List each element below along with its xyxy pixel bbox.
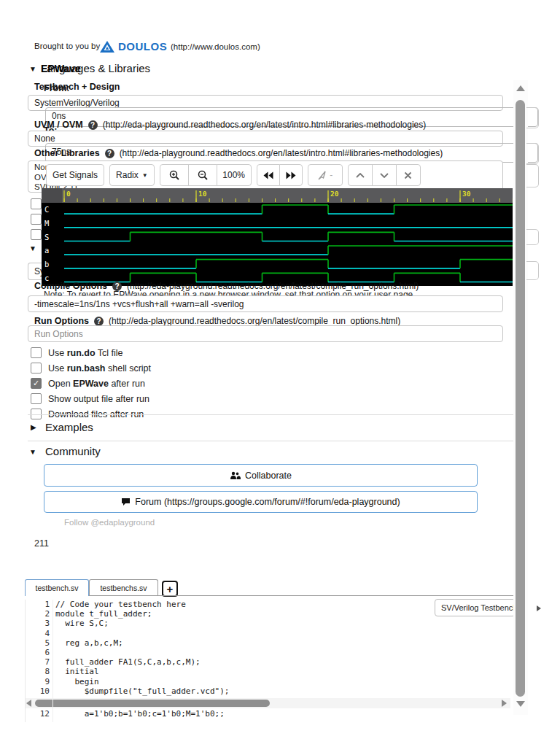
signal-down-button[interactable] [372,164,397,186]
code-line[interactable]: 7 full_adder FA1(S,C,a,b,c,M); [25,657,513,667]
remove-signal-button[interactable] [396,164,421,186]
twitter-follow-link[interactable]: Follow @edaplayground [64,518,155,527]
line-number: 5 [25,638,55,648]
other-libraries-doc-url[interactable]: (http://eda-playground.readthedocs.org/e… [120,148,443,158]
zoom-in-button[interactable] [160,164,189,186]
forum-button[interactable]: Forum (https://groups.google.com/forum/#… [44,491,478,513]
run-option-label: Open EPWave after run [48,379,145,389]
editor-left-border [25,600,26,722]
run-option-label: Use run.do Tcl file [48,348,123,358]
library-option-checkbox[interactable] [31,214,42,225]
line-text: begin [55,677,99,686]
vscroll-down-arrow[interactable] [516,701,525,707]
collaborate-button[interactable]: Collaborate [44,464,478,487]
line-number: 2 [25,609,55,619]
hscroll-left-arrow[interactable] [26,700,31,707]
page-left-button[interactable] [257,164,280,186]
eda-playground-page: Brought to you by DOULOS (http://www.dou… [0,0,560,747]
code-line[interactable]: 6 [25,648,513,657]
line-number: 6 [25,648,55,657]
line-number: 9 [25,677,55,686]
clipped-input-edge [526,107,539,128]
signal-name-M[interactable]: M [44,219,49,228]
other-libraries-help-icon[interactable]: ? [105,149,114,158]
code-line[interactable]: 5 reg a,b,c,M; [25,638,513,648]
line-text: wire S,C; [55,619,109,628]
get-signals-button[interactable]: Get Signals [46,164,104,186]
signal-name-b[interactable]: b [44,260,49,268]
code-line[interactable]: 10 $dumpfile("t_full_adder.vcd"); [25,686,513,696]
run-options-input[interactable]: Run Options [28,325,503,342]
examples-heading[interactable]: Examples [45,421,93,433]
line-number: 7 [25,657,55,667]
doulos-url-text: (http://www.doulos.com) [171,42,260,51]
ruler-label: 30 [462,190,471,198]
counter-value: 211 [34,538,49,549]
code-line[interactable]: 4 [25,629,513,638]
chevron-up-icon [356,173,365,178]
users-icon [230,471,241,480]
signal-name-a[interactable]: a [44,246,49,255]
code-line[interactable]: 9 begin [25,677,513,686]
hscroll-thumb[interactable] [35,700,270,707]
run-options-doc-url[interactable]: (http://eda-playground.readthedocs.org/e… [109,316,400,326]
signal-name-S[interactable]: S [44,233,49,241]
cursor-tool-button[interactable]: - [308,164,343,186]
epwave-title: EPWave [41,63,81,74]
tools-collapse-icon[interactable]: ▼ [29,244,36,252]
ruler-label: 0 [66,190,71,198]
radix-dropdown-button[interactable]: Radix ▼ [109,164,155,186]
vscroll-thumb[interactable] [516,100,525,697]
section-divider [28,441,513,441]
doulos-brand-link[interactable]: DOULOS [118,40,167,53]
tab-testbenchs-sv[interactable]: testbenchs.sv [89,579,158,596]
line-number: 12 [25,709,55,719]
epwave-from-label: From: [44,83,69,93]
line-text: $dumpfile("t_full_adder.vcd"); [55,686,229,696]
zoom-out-button[interactable] [188,164,217,186]
testbench-language-value: SystemVerilog/Verilog [34,98,120,108]
examples-collapse-icon[interactable]: ▶ [31,423,36,431]
code-line[interactable]: 12 a=1'b0;b=1'b0;c=1'b0;M=1'b0;; [25,709,513,719]
uvm-help-icon[interactable]: ? [88,120,98,130]
tab-testbench-sv[interactable]: testbench.sv [25,579,89,596]
run-options-help-icon[interactable]: ? [94,317,104,326]
library-option-checkbox[interactable] [31,198,42,209]
collaborate-label: Collaborate [245,471,292,481]
checkbox-unchecked[interactable] [31,363,42,374]
run-options-label: Run Options [34,316,89,326]
checkbox-unchecked[interactable] [31,393,42,404]
library-option-checkbox[interactable] [31,229,42,240]
uvm-doc-url[interactable]: (http://eda-playground.readthedocs.org/e… [103,120,427,130]
ruler-label: 10 [198,190,207,198]
clipped-panel-edge [526,261,539,280]
plus-icon: + [167,583,174,595]
line-text: a=1'b0;b=1'b0;c=1'b0;M=1'b0;; [55,709,225,719]
signal-name-C[interactable]: C [44,205,49,214]
wave-ruler [42,188,513,203]
vscroll-up-arrow[interactable] [516,85,525,91]
line-number: 10 [25,686,55,696]
line-text: reg a,b,c,M; [55,638,123,648]
zoom-level-button[interactable]: 100% [217,164,252,186]
run-options-placeholder: Run Options [34,329,83,339]
run-option-label: Use run.bash shell script [48,363,151,374]
add-file-button[interactable]: + [162,581,178,597]
checkbox-checked[interactable]: ✓ [31,378,42,389]
run-option-label: Show output file after run [48,394,149,404]
hscroll-right-arrow[interactable] [502,700,507,707]
code-line[interactable]: 8 initial [25,667,513,676]
epwave-waveform-panel: 0102030CMSabc [42,188,513,286]
community-heading[interactable]: Community [45,445,101,457]
line-text: // Code your testbench here [55,600,186,609]
languages-collapse-icon[interactable]: ▼ [29,65,36,73]
page-right-button[interactable] [279,164,303,186]
file-type-select[interactable]: SV/Verilog Testbench [435,599,516,616]
compile-options-input[interactable]: -timescale=1ns/1ns +vcs+flush+all +warn=… [28,295,503,312]
run-option-row: Show output file after run [31,393,149,404]
signal-up-button[interactable] [348,164,373,186]
get-signals-label: Get Signals [52,170,98,180]
checkbox-unchecked[interactable] [31,347,42,358]
community-collapse-icon[interactable]: ▼ [29,448,36,456]
code-line[interactable]: 3 wire S,C; [25,619,513,628]
